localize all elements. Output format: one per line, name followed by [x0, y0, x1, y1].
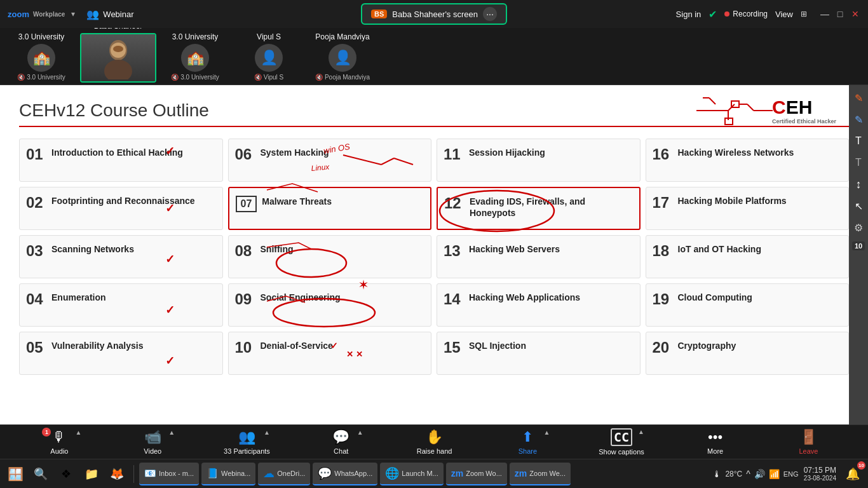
more-button[interactable]: ••• More	[693, 429, 738, 455]
windows-taskbar: 🪟 🔍 ❖ 📁 🦊 📧 Inbox - m... 📘 Webina... ☁ O…	[0, 459, 868, 488]
audio-button[interactable]: 1 🎙 Audio ▲	[37, 429, 81, 455]
minimize-button[interactable]: —	[820, 9, 830, 19]
view-button[interactable]: View	[775, 10, 793, 19]
course-item-19: 19Cloud Computing	[646, 283, 850, 327]
volume-icon[interactable]: 🔊	[754, 469, 765, 479]
taskbar-browser[interactable]: 🦊	[105, 463, 128, 485]
tool-text-1[interactable]: T	[851, 133, 866, 149]
course-num-13: 13	[444, 243, 464, 259]
taskbar-webinar[interactable]: 📘 Webina...	[201, 463, 255, 485]
zoom-logo: zoom Workplace	[8, 10, 65, 19]
audio-chevron[interactable]: ▲	[76, 429, 82, 436]
leave-button[interactable]: 🚪 Leave	[786, 429, 831, 455]
start-button[interactable]: 🪟	[4, 463, 27, 485]
file-explorer-icon: 📁	[85, 467, 98, 481]
bell-icon: 🔔	[846, 467, 860, 481]
participant-card-vipul[interactable]: Vipul S 👤 🔇 Vipul S	[234, 32, 304, 81]
screen-share-more[interactable]: ···	[483, 7, 497, 21]
participant-label-pooja: Pooja Mandviya	[325, 74, 370, 81]
course-name-08: Sniffing	[261, 243, 294, 255]
screen-share-indicator[interactable]: BS Baba Shaheer's screen ···	[361, 3, 507, 25]
sharer-badge: BS	[371, 10, 387, 18]
course-item-18: 18IoT and OT Hacking	[646, 235, 850, 278]
tool-pen-2[interactable]: ✎	[851, 112, 866, 127]
zoom2-label: Zoom We...	[529, 470, 566, 477]
course-item-10: 10Denial-of-Service	[228, 332, 432, 375]
raise-hand-label: Raise hand	[417, 447, 452, 455]
video-button[interactable]: 📹 Video ▲	[130, 429, 175, 455]
share-chevron[interactable]: ▲	[544, 429, 550, 436]
taskbar-search[interactable]: 🔍	[29, 463, 52, 485]
chat-chevron[interactable]: ▲	[357, 429, 363, 436]
captions-chevron[interactable]: ▲	[638, 428, 644, 435]
webinar-taskbar-icon: 📘	[207, 468, 219, 479]
taskbar-task-view[interactable]: ❖	[55, 463, 78, 485]
network-icon[interactable]: 🌡	[712, 469, 721, 479]
taskbar-zoom1[interactable]: zm Zoom Wo...	[446, 463, 507, 485]
browser-icon: 🦊	[110, 467, 124, 481]
taskbar-separator	[133, 465, 134, 483]
participants-button[interactable]: 👥 33 Participants ▲	[224, 429, 270, 455]
course-name-07: Malware Threats	[262, 196, 332, 207]
participant-name-top-vipul: Vipul S	[257, 32, 281, 41]
participant-avatar-vipul: 👤	[255, 44, 283, 72]
participant-avatar-1: 🏫	[27, 44, 55, 72]
participant-card-pooja[interactable]: Pooja Mandviya 👤 🔇 Pooja Mandviya	[308, 32, 377, 81]
course-num-12: 12	[444, 196, 465, 211]
status-check-icon: ✔	[709, 8, 717, 20]
participant-bottom-3: 🔇 3.0 University	[171, 74, 219, 81]
course-grid: 01Introduction to Ethical Hacking06Syste…	[19, 139, 849, 375]
participant-avatar-icon-3: 🏫	[187, 50, 204, 66]
tool-settings[interactable]: ⚙	[851, 220, 866, 235]
maximize-button[interactable]: □	[835, 9, 845, 19]
taskbar-right-area: 🌡 28°C ^ 🔊 📶 ENG 07:15 PM 23-08-2024 🔔 1…	[712, 463, 864, 485]
captions-button[interactable]: CC Show captions ▲	[599, 428, 644, 456]
taskbar-chrome[interactable]: 🌐 Launch M...	[380, 463, 443, 485]
raise-hand-button[interactable]: ✋ Raise hand	[412, 429, 457, 455]
taskbar-whatsapp[interactable]: 💬 WhatsApp...	[313, 463, 377, 485]
participant-card-3[interactable]: 3.0 University 🏫 🔇 3.0 University	[160, 32, 230, 81]
participant-label-1: 3.0 University	[27, 74, 65, 81]
course-num-08: 08	[235, 243, 255, 259]
participant-name-top-1: 3.0 University	[18, 32, 65, 41]
taskbar-zoom2[interactable]: zm Zoom We...	[510, 463, 571, 485]
taskbar-file-explorer[interactable]: 📁	[80, 463, 103, 485]
zoom1-label: Zoom Wo...	[466, 470, 502, 477]
tool-move[interactable]: ↕	[851, 177, 866, 192]
share-button[interactable]: ⬆ Share ▲	[505, 429, 550, 455]
taskbar-onedrive[interactable]: ☁ OneDri...	[258, 463, 310, 485]
video-chevron[interactable]: ▲	[168, 429, 175, 436]
participants-bar: 3.0 University 🏫 🔇 3.0 University Baba S…	[0, 28, 868, 85]
dropdown-arrow[interactable]: ▾	[71, 10, 75, 18]
participant-avatar-icon-vipul: 👤	[261, 50, 278, 66]
chat-button[interactable]: 💬 Chat ▲	[319, 429, 363, 455]
tool-cursor[interactable]: ↖	[851, 198, 866, 214]
tool-pen-1[interactable]: ✎	[851, 90, 866, 105]
chevron-up-icon[interactable]: ^	[746, 469, 750, 479]
whatsapp-icon: 💬	[318, 466, 332, 480]
participant-card-1[interactable]: 3.0 University 🏫 🔇 3.0 University	[6, 32, 76, 81]
course-num-11: 11	[444, 147, 464, 162]
sign-in-button[interactable]: Sign in	[676, 10, 702, 19]
close-button[interactable]: ✕	[850, 9, 860, 19]
course-item-12: 12Evading IDS, Firewalls, and Honeypots	[437, 187, 641, 230]
participants-chevron[interactable]: ▲	[264, 429, 270, 436]
tool-text-2[interactable]: T	[851, 155, 866, 170]
participant-avatar-pooja: 👤	[329, 44, 356, 72]
course-num-14: 14	[444, 292, 464, 307]
participant-card-baba[interactable]: Baba Shaheer Baba Shaheer	[80, 22, 156, 92]
wifi-icon[interactable]: 📶	[769, 469, 780, 479]
notification-count: 10	[857, 461, 865, 470]
course-num-17: 17	[653, 195, 673, 210]
video-icon: 📹	[144, 429, 161, 445]
participant-bottom-vipul: 🔇 Vipul S	[254, 74, 284, 81]
notification-bell[interactable]: 🔔 10	[841, 463, 864, 485]
course-item-14: 14Hacking Web Applications	[437, 283, 641, 327]
more-icon: •••	[708, 429, 722, 445]
webinar-button[interactable]: 👥 Webinar	[86, 8, 133, 20]
ceh-eh: EH	[786, 97, 813, 118]
taskbar-outlook[interactable]: 📧 Inbox - m...	[139, 463, 199, 485]
participant-avatar-3: 🏫	[181, 44, 209, 72]
captions-icon: CC	[611, 428, 632, 446]
chat-label: Chat	[334, 447, 348, 455]
